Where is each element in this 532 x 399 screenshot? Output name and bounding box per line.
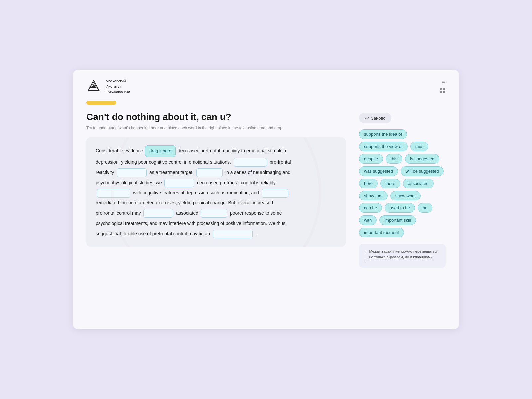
text-associated: associated	[176, 210, 200, 216]
drop-zone-3[interactable]	[196, 168, 223, 177]
word-chip-14[interactable]: used to be	[385, 203, 415, 213]
text-psychophysiological: psychophysiological studies, we	[96, 180, 163, 185]
word-chip-10[interactable]: associated	[403, 179, 434, 188]
nav-hint: ↑ ↓ Между заданиями можно перемещаться н…	[359, 244, 446, 268]
hamburger-icon[interactable]: ≡	[442, 78, 446, 84]
word-chip-9[interactable]: there	[380, 179, 400, 188]
svg-rect-5	[440, 91, 442, 93]
reset-label: Заново	[371, 116, 385, 121]
word-chip-3[interactable]: despite	[359, 154, 383, 164]
word-chip-16[interactable]: with	[359, 215, 377, 225]
text-prefrontal-control: prefrontal control may	[96, 210, 142, 216]
text-series: in a series of neuroimaging and	[225, 170, 290, 175]
drop-zone-5[interactable]	[97, 189, 130, 198]
text-cognitive: with cognitive features of depression su…	[133, 190, 260, 195]
text-psychological: psychological treatments, and may interf…	[96, 221, 285, 226]
svg-marker-2	[91, 84, 96, 88]
progress-bar	[86, 101, 116, 105]
header-controls: ≡	[439, 78, 446, 95]
text-treatment: as a treatment target.	[149, 170, 195, 175]
exercise-text-area: Considerable evidence drag it here decre…	[86, 137, 346, 247]
reset-icon: ↩	[365, 115, 369, 121]
exercise-title: Can't do nothing about it, can u?	[86, 111, 346, 123]
word-chip-7[interactable]: will be suggested	[401, 166, 444, 176]
text-suggest: suggest that flexible use of prefrontal …	[96, 231, 211, 236]
text-prefrontal-1: pre-frontal	[270, 159, 291, 165]
exercise-panel: Can't do nothing about it, can u? Try to…	[86, 111, 346, 247]
text-decreased-2: decreased prefrontal control is reliably	[197, 180, 276, 185]
word-chip-17[interactable]: important skill	[379, 215, 416, 225]
svg-rect-4	[443, 88, 445, 90]
word-chip-5[interactable]: is suggested	[405, 154, 439, 164]
logo-text: Московский Институт Психоанализа	[106, 79, 130, 94]
word-chip-18[interactable]: important moment	[359, 228, 404, 237]
drag-chip-main[interactable]: drag it here	[145, 145, 176, 157]
word-chip-15[interactable]: be	[418, 203, 432, 213]
svg-rect-6	[443, 91, 445, 93]
reset-button[interactable]: ↩ Заново	[359, 113, 391, 123]
word-chips-container: supports the idea of supports the view o…	[359, 129, 446, 237]
text-period: .	[255, 231, 257, 236]
drop-zone-7[interactable]	[143, 209, 173, 218]
text-reactivity: reactivity	[96, 170, 115, 175]
word-bank-panel: ↩ Заново supports the idea of supports t…	[359, 111, 446, 268]
nav-hint-text: Между заданиями можно перемещаться не то…	[369, 249, 441, 260]
word-chip-8[interactable]: here	[359, 179, 378, 188]
word-chip-4[interactable]: this	[386, 154, 402, 164]
word-chip-0[interactable]: supports the idea of	[359, 129, 407, 139]
drop-zone-9[interactable]	[213, 230, 253, 238]
drop-zone-1[interactable]	[234, 158, 267, 167]
exercise-subtitle: Try to understand what's happening here …	[86, 125, 346, 131]
word-chip-13[interactable]: can be	[359, 203, 382, 213]
drop-zone-8[interactable]	[201, 209, 227, 218]
app-container: Московский Институт Психоанализа ≡ Can	[73, 70, 459, 329]
word-chip-12[interactable]: show what	[390, 191, 421, 200]
drop-zone-4[interactable]	[164, 179, 194, 187]
text-poorer: poorer response to some	[230, 210, 282, 216]
drop-zone-2[interactable]	[117, 168, 147, 177]
logo-area: Московский Институт Психоанализа	[86, 79, 130, 94]
svg-rect-3	[440, 88, 442, 90]
progress-bar-container	[73, 95, 459, 105]
text-remediated: remediated through targeted exercises, y…	[96, 200, 273, 205]
drop-zone-6[interactable]	[262, 189, 288, 198]
header: Московский Институт Психоанализа ≡	[73, 70, 459, 95]
arrow-up: ↑	[364, 249, 366, 256]
word-chip-11[interactable]: show that	[359, 191, 388, 200]
logo-icon	[86, 79, 101, 94]
text-considerable-evidence: Considerable evidence	[96, 148, 144, 153]
grid-icon[interactable]	[439, 87, 446, 95]
text-depression-1: depression, yielding poor cognitive cont…	[96, 159, 232, 165]
nav-arrows: ↑ ↓	[364, 249, 366, 263]
text-decreased-1: decreased prefrontal reactivity to emoti…	[178, 148, 286, 153]
arrow-down: ↓	[364, 257, 366, 263]
word-chip-1[interactable]: supports the view of	[359, 142, 408, 151]
main-content: Can't do nothing about it, can u? Try to…	[73, 105, 459, 278]
word-chip-6[interactable]: was suggested	[359, 166, 398, 176]
word-chip-2[interactable]: thus	[410, 142, 429, 151]
